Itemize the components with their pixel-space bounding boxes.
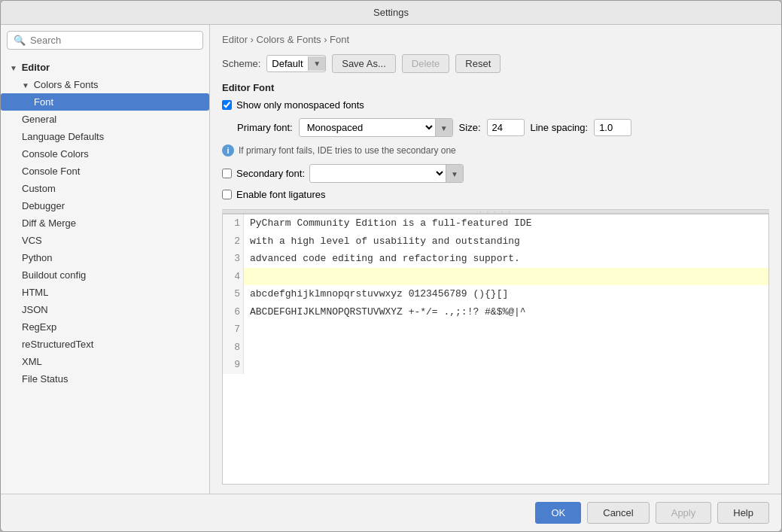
line-content [244, 268, 256, 286]
primary-font-dropdown-button[interactable]: ▼ [435, 119, 452, 136]
info-icon: i [222, 144, 234, 157]
line-content [244, 321, 256, 339]
secondary-font-label[interactable]: Secondary font: [236, 168, 305, 179]
preview-line-5: 5 abcdefghijklmnopqrstuvwxyz 0123456789 … [223, 285, 768, 303]
primary-font-dropdown[interactable]: Monospaced [300, 119, 435, 136]
dialog-body: 🔍 ▼ Editor ▼ Colors & Fonts Font [1, 25, 781, 494]
sidebar-item-diff-merge[interactable]: Diff & Merge [1, 214, 209, 232]
secondary-font-dropdown[interactable] [310, 165, 446, 182]
show-monospaced-checkbox[interactable] [222, 100, 232, 110]
scheme-dropdown[interactable]: Default [267, 56, 308, 71]
preview-line-3: 3 advanced code editing and refactoring … [223, 250, 768, 268]
line-content [244, 356, 256, 374]
line-number: 9 [223, 356, 244, 374]
sidebar-item-console-font[interactable]: Console Font [1, 163, 209, 180]
scheme-label: Scheme: [222, 58, 260, 69]
primary-font-label: Primary font: [237, 122, 293, 133]
sidebar-tree: ▼ Editor ▼ Colors & Fonts Font General [1, 56, 209, 391]
sidebar-item-debugger[interactable]: Debugger [1, 197, 209, 214]
search-icon: 🔍 [14, 35, 26, 46]
chevron-down-icon: ▼ [440, 124, 448, 132]
sidebar-item-editor[interactable]: ▼ Editor [1, 59, 209, 76]
arrow-icon: ▼ [10, 64, 19, 72]
delete-button[interactable]: Delete [402, 54, 450, 73]
sidebar-item-vcs[interactable]: VCS [1, 232, 209, 249]
scheme-row: Scheme: Default ▼ Save As... Delete Rese… [222, 54, 769, 73]
line-spacing-label: Line spacing: [531, 122, 589, 133]
sidebar-item-file-status[interactable]: File Status [1, 370, 209, 388]
primary-font-select-wrap[interactable]: Monospaced ▼ [299, 118, 453, 137]
save-as-button[interactable]: Save As... [332, 54, 396, 73]
preview-line-9: 9 [223, 356, 768, 374]
ok-button[interactable]: OK [535, 502, 581, 524]
preview-line-7: 7 [223, 321, 768, 339]
sidebar: 🔍 ▼ Editor ▼ Colors & Fonts Font [1, 25, 210, 494]
info-row: i If primary font fails, IDE tries to us… [222, 144, 769, 157]
chevron-down-icon: ▼ [313, 59, 321, 68]
search-box[interactable]: 🔍 [7, 31, 203, 50]
sidebar-item-colors-fonts[interactable]: ▼ Colors & Fonts [1, 76, 209, 93]
sidebar-item-restructuredtext[interactable]: reStructuredText [1, 336, 209, 353]
size-label: Size: [459, 122, 481, 133]
size-input[interactable]: 24 [487, 119, 525, 136]
sidebar-item-html[interactable]: HTML [1, 284, 209, 301]
dialog-footer: OK Cancel Apply Help [1, 494, 781, 531]
sidebar-item-xml[interactable]: XML [1, 353, 209, 370]
show-monospaced-label[interactable]: Show only monospaced fonts [236, 99, 364, 111]
cancel-button[interactable]: Cancel [587, 502, 649, 524]
sidebar-item-python[interactable]: Python [1, 249, 209, 266]
secondary-font-row: Secondary font: ▼ [222, 164, 769, 183]
line-number: 8 [223, 339, 244, 357]
dialog-title: Settings [1, 1, 781, 25]
secondary-font-select-wrap[interactable]: ▼ [309, 164, 464, 183]
line-spacing-input[interactable]: 1.0 [594, 119, 631, 136]
breadcrumb: Editor › Colors & Fonts › Font [222, 34, 769, 45]
primary-font-row: Primary font: Monospaced ▼ Size: 24 Line… [237, 118, 769, 137]
enable-ligatures-label[interactable]: Enable font ligatures [236, 189, 326, 200]
chevron-down-icon: ▼ [451, 170, 458, 178]
line-number: 2 [223, 233, 244, 251]
sidebar-item-buildout-config[interactable]: Buildout config [1, 266, 209, 284]
info-text: If primary font fails, IDE tries to use … [239, 145, 456, 156]
preview-line-1: 1 PyCharm Community Edition is a full-fe… [223, 214, 768, 233]
line-number: 6 [223, 303, 244, 321]
line-number: 3 [223, 250, 244, 268]
scheme-select[interactable]: Default ▼ [266, 55, 326, 72]
preview-line-6: 6 ABCDEFGHIJKLMNOPQRSTUVWXYZ +-*/= .,;:!… [223, 303, 768, 321]
editor-font-header: Editor Font [222, 82, 769, 93]
sidebar-item-regexp[interactable]: RegExp [1, 318, 209, 336]
line-content [244, 339, 256, 357]
preview-line-8: 8 [223, 339, 768, 357]
secondary-font-dropdown-button[interactable]: ▼ [446, 165, 463, 182]
ligature-row: Enable font ligatures [222, 189, 769, 200]
show-monospaced-row: Show only monospaced fonts [222, 99, 769, 111]
sidebar-item-language-defaults[interactable]: Language Defaults [1, 128, 209, 145]
arrow-icon: ▼ [22, 81, 31, 90]
apply-button[interactable]: Apply [656, 502, 712, 524]
line-content: abcdefghijklmnopqrstuvwxyz 0123456789 ()… [244, 285, 514, 303]
line-content: ABCDEFGHIJKLMNOPQRSTUVWXYZ +-*/= .,;:!? … [244, 303, 532, 321]
sidebar-item-font[interactable]: Font [1, 93, 209, 111]
main-content: Editor › Colors & Fonts › Font Scheme: D… [210, 25, 781, 494]
line-number: 1 [223, 214, 244, 233]
line-content: advanced code editing and refactoring su… [244, 250, 526, 268]
preview-area: 1 PyCharm Community Edition is a full-fe… [222, 214, 769, 485]
sidebar-item-general[interactable]: General [1, 111, 209, 128]
reset-button[interactable]: Reset [455, 54, 501, 73]
preview-line-2: 2 with a high level of usability and out… [223, 233, 768, 251]
preview-line-4: 4 [223, 268, 768, 286]
line-content: PyCharm Community Edition is a full-feat… [244, 214, 537, 233]
line-number: 5 [223, 285, 244, 303]
settings-dialog: Settings 🔍 ▼ Editor ▼ Colors & Fonts [0, 0, 782, 532]
search-input[interactable] [30, 35, 196, 46]
sidebar-item-custom[interactable]: Custom [1, 180, 209, 197]
help-button[interactable]: Help [717, 502, 769, 524]
secondary-font-checkbox[interactable] [222, 169, 232, 178]
scheme-dropdown-button[interactable]: ▼ [308, 56, 325, 71]
enable-ligatures-checkbox[interactable] [222, 190, 232, 199]
line-number: 7 [223, 321, 244, 339]
line-content: with a high level of usability and outst… [244, 233, 526, 251]
sidebar-item-console-colors[interactable]: Console Colors [1, 145, 209, 163]
sidebar-item-json[interactable]: JSON [1, 301, 209, 318]
line-number: 4 [223, 268, 244, 286]
